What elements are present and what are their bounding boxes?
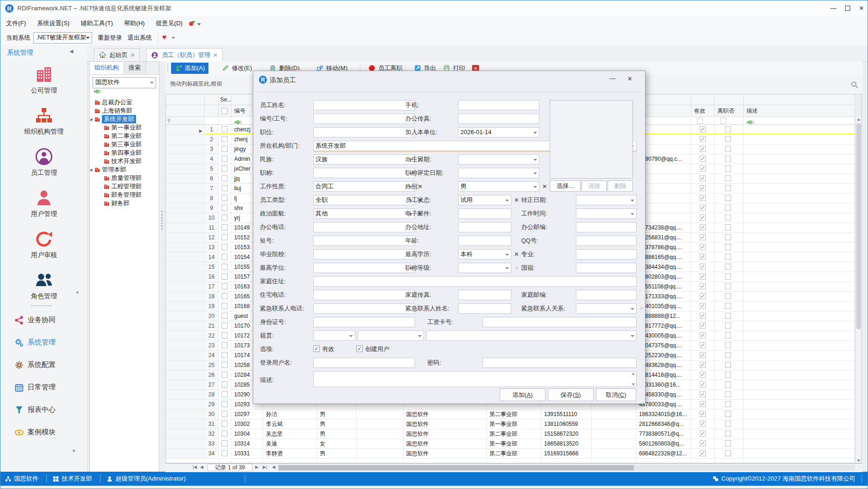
row-checkbox[interactable] — [222, 283, 228, 289]
jiguan-city-combobox[interactable] — [358, 331, 424, 341]
valid-checkbox[interactable]: ✓ — [700, 342, 706, 348]
sidebar-item-gear[interactable]: 系统配置 — [0, 354, 87, 376]
sidebar-item-audit[interactable]: 用户审核 — [0, 224, 87, 265]
resign-checkbox[interactable] — [725, 313, 731, 319]
row-checkbox[interactable] — [222, 273, 228, 280]
input-住宅电话[interactable] — [313, 290, 415, 300]
row-checkbox[interactable] — [222, 146, 228, 152]
resign-checkbox[interactable] — [725, 362, 731, 368]
input-国籍[interactable] — [576, 263, 637, 273]
tree-node[interactable]: ◢系统开发部 — [90, 115, 158, 123]
resign-checkbox[interactable] — [725, 293, 731, 299]
tree-node[interactable]: 第二事业部 — [90, 132, 158, 140]
sidebar-item-user[interactable]: 用户管理 — [0, 183, 87, 224]
valid-checkbox[interactable]: ✓ — [700, 450, 706, 456]
resign-checkbox[interactable] — [725, 421, 731, 427]
menu-item-1[interactable]: 系统设置(S) — [32, 16, 75, 30]
menu-item-0[interactable]: 文件(F) — [0, 16, 32, 30]
row-checkbox[interactable] — [222, 185, 228, 191]
close-button[interactable]: ✕ — [855, 3, 868, 13]
column-header-ind[interactable] — [165, 105, 205, 117]
exit-system-button[interactable]: 退出系统 — [128, 30, 152, 45]
valid-checkbox[interactable]: ✓ — [700, 411, 706, 417]
valid-checkbox[interactable]: ✓ — [700, 362, 706, 368]
sidebar-item-eye[interactable]: 案例模块 — [0, 421, 87, 444]
row-checkbox[interactable] — [222, 244, 228, 250]
scroll-thumb[interactable] — [856, 123, 861, 329]
valid-checkbox[interactable]: ✓ — [700, 156, 706, 162]
resign-checkbox[interactable] — [725, 352, 731, 358]
column-header-sel[interactable] — [219, 105, 231, 117]
resign-checkbox[interactable] — [725, 283, 731, 289]
clear-field-icon[interactable]: ✕ — [514, 195, 519, 205]
combobox-工作性质[interactable]: 合同工 — [313, 181, 415, 192]
hscroll-left-icon[interactable]: ◀ — [272, 465, 275, 469]
nav-last-icon[interactable]: ▶| — [263, 465, 267, 469]
valid-checkbox[interactable]: ✓ — [700, 391, 706, 397]
filter-cell-desc[interactable]: ABC — [744, 117, 855, 125]
valid-checkbox[interactable]: ✓ — [700, 264, 706, 270]
row-checkbox[interactable] — [222, 254, 228, 260]
tree-expand-icon[interactable]: ◢ — [90, 165, 92, 174]
tree-node[interactable]: 工程管理部 — [90, 182, 158, 191]
dialog-save-button[interactable]: 保存(S) — [548, 388, 594, 401]
resign-checkbox[interactable] — [725, 450, 731, 456]
nav-prev-icon[interactable]: ◀ — [200, 465, 203, 469]
row-checkbox[interactable] — [222, 205, 228, 211]
description-textarea[interactable] — [313, 371, 637, 387]
input-办公传真[interactable] — [458, 114, 539, 124]
clear-field-icon[interactable]: ✕ — [514, 249, 519, 259]
input-登录用户名[interactable] — [313, 358, 415, 368]
row-checkbox[interactable] — [222, 450, 228, 456]
input-紧急联系人电话[interactable] — [313, 303, 415, 314]
combobox-职称[interactable] — [313, 168, 415, 178]
input-家庭住址[interactable] — [313, 276, 637, 287]
row-checkbox[interactable] — [222, 411, 228, 417]
column-header-desc[interactable]: 描述 — [744, 105, 855, 117]
valid-checkbox[interactable]: ✓ — [700, 195, 706, 201]
combobox-员工类型[interactable]: 全职 — [313, 195, 415, 205]
menu-item-3[interactable]: 帮助(H) — [119, 16, 151, 30]
filter-checkbox[interactable] — [697, 118, 703, 124]
menu-item-4[interactable]: 提意见(D) — [151, 16, 188, 30]
add-button[interactable]: 添加(A) — [171, 63, 208, 74]
row-checkbox[interactable] — [222, 156, 228, 162]
statusbar-item-0[interactable]: 国思软件 — [5, 472, 38, 486]
select-all-checkbox[interactable] — [222, 108, 228, 114]
resign-checkbox[interactable] — [725, 303, 731, 309]
combobox-最高学历[interactable]: 本科 — [458, 249, 511, 259]
valid-checkbox[interactable]: ✓ — [700, 205, 706, 211]
minimize-button[interactable]: — — [827, 3, 840, 13]
input-短号[interactable] — [313, 236, 415, 246]
sidebar-item-share[interactable]: 业务协同 — [0, 309, 87, 331]
sidebar-item-roles[interactable]: 角色管理 — [0, 265, 87, 306]
resign-checkbox[interactable] — [725, 175, 731, 181]
resign-checkbox[interactable] — [725, 146, 731, 152]
valid-checkbox[interactable]: ✓ — [700, 303, 706, 309]
valid-checkbox[interactable]: ✓ — [700, 146, 706, 152]
tab-home[interactable]: 起始页✕ — [94, 48, 140, 61]
combobox-出生日期[interactable] — [458, 154, 539, 165]
combobox-最高学位[interactable] — [313, 263, 415, 273]
resign-checkbox[interactable] — [725, 273, 731, 280]
row-checkbox[interactable] — [222, 175, 228, 181]
resign-checkbox[interactable] — [725, 440, 731, 446]
resign-checkbox[interactable] — [725, 411, 731, 417]
sidebar-item-company[interactable]: 公司管理 — [0, 59, 87, 101]
combobox-紧急联系人关系[interactable] — [576, 303, 637, 314]
resign-checkbox[interactable] — [725, 431, 731, 437]
row-checkbox[interactable] — [222, 332, 228, 338]
row-checkbox[interactable] — [222, 234, 228, 240]
resign-checkbox[interactable] — [725, 381, 731, 388]
input-工资卡号[interactable] — [482, 317, 637, 327]
filter-cell-num[interactable] — [205, 117, 219, 125]
resign-checkbox[interactable] — [725, 185, 731, 191]
tab-close-icon[interactable]: ✕ — [213, 52, 218, 58]
relogin-button[interactable]: 重新登录 — [98, 30, 122, 45]
input-办公邮编[interactable] — [576, 222, 637, 232]
row-checkbox[interactable] — [222, 323, 228, 329]
sidebar-splitter[interactable] — [31, 305, 52, 306]
nav-next-icon[interactable]: ▶ — [255, 465, 258, 469]
combobox-员工状态[interactable]: 试用 — [458, 195, 511, 205]
textarea-scroll-down-icon[interactable] — [631, 383, 635, 386]
